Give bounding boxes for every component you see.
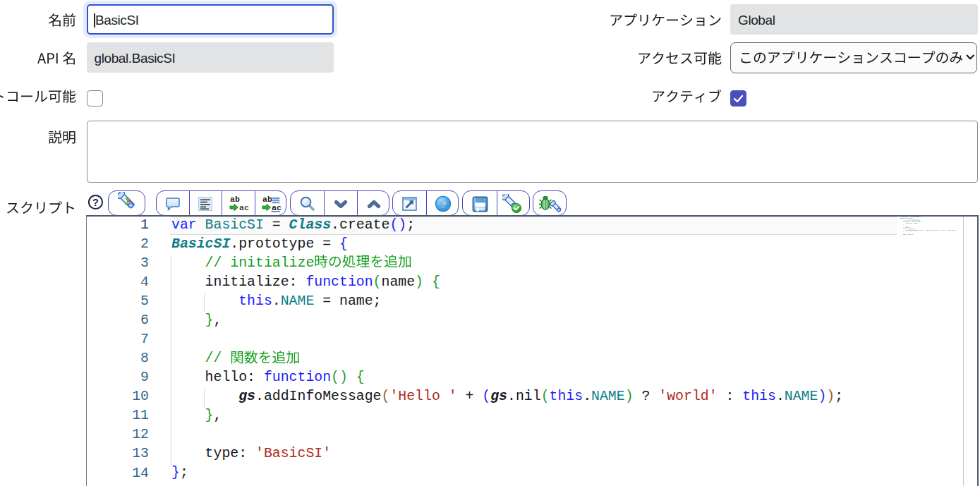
svg-text:?: ?	[92, 196, 99, 207]
svg-text:ac: ac	[272, 203, 282, 212]
svg-text:?: ?	[440, 198, 446, 209]
svg-text:ab: ab	[230, 195, 240, 204]
svg-text:ab: ab	[262, 195, 272, 204]
svg-text:ac: ac	[239, 203, 249, 212]
